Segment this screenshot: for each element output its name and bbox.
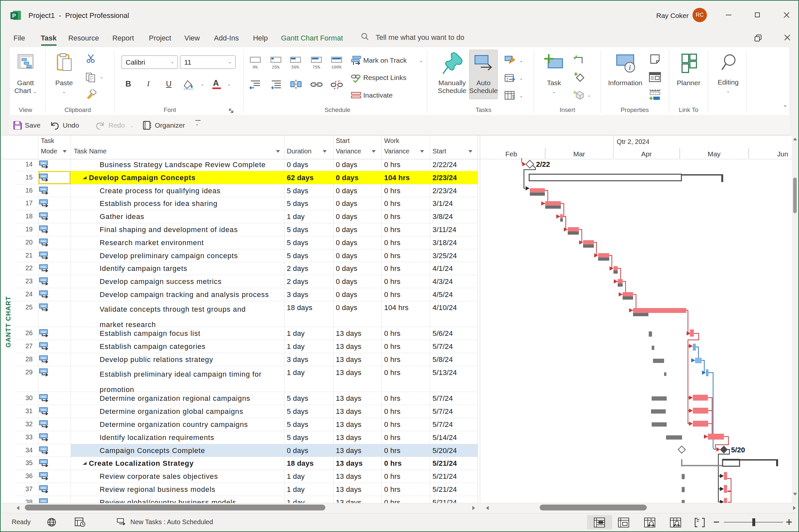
- svg-text:Feb: Feb: [505, 150, 517, 158]
- svg-text:P: P: [12, 13, 16, 19]
- svg-text:May: May: [708, 150, 721, 158]
- svg-text:i: i: [629, 63, 631, 72]
- svg-text:?: ?: [511, 95, 515, 100]
- svg-text:2/22: 2/22: [536, 160, 550, 168]
- svg-text:5/20: 5/20: [731, 446, 745, 454]
- svg-text:Qtr 2, 2024: Qtr 2, 2024: [617, 138, 649, 145]
- svg-text:Apr: Apr: [641, 150, 652, 158]
- svg-text:Jun: Jun: [777, 150, 788, 158]
- svg-text:Mar: Mar: [573, 150, 585, 158]
